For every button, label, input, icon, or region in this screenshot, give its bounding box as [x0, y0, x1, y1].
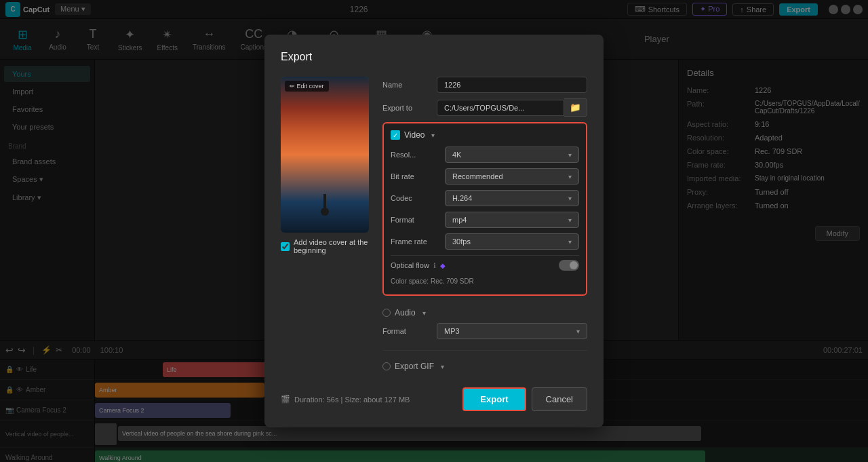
video-header: ✓ Video ▾ — [391, 130, 579, 140]
codec-row: Codec H.264 ▾ — [391, 190, 579, 206]
film-icon: 🎬 — [281, 395, 290, 404]
toggle-knob — [570, 261, 578, 269]
framerate-arrow: ▾ — [568, 238, 572, 246]
audio-section: Audio ▾ Format MP3 ▾ — [382, 303, 587, 351]
name-input[interactable] — [437, 77, 587, 93]
codec-label: Codec — [391, 194, 445, 202]
cancel-button[interactable]: Cancel — [532, 387, 587, 411]
video-chevron: ▾ — [431, 132, 435, 139]
gif-header: Export GIF ▾ — [382, 362, 587, 371]
optical-flow-row: Optical flow ℹ ◆ — [391, 255, 579, 275]
diamond-icon: ◆ — [440, 262, 446, 269]
gif-circle — [382, 362, 391, 370]
audio-label: Audio — [395, 308, 416, 317]
format-arrow: ▾ — [568, 216, 572, 224]
export-to-label: Export to — [382, 104, 437, 112]
optical-flow-toggle[interactable] — [559, 260, 579, 271]
resolution-row: Resol... 4K ▾ — [391, 147, 579, 163]
edit-cover-button[interactable]: ✏ Edit cover — [285, 81, 329, 92]
footer-buttons: Export Cancel — [462, 387, 587, 411]
audio-header: Audio ▾ — [382, 308, 587, 317]
folder-button[interactable]: 📁 — [564, 98, 587, 117]
modal-footer: 🎬 Duration: 56s | Size: about 127 MB Exp… — [281, 387, 587, 411]
duration-label: Duration: 56s | Size: about 127 MB — [294, 396, 410, 404]
modal-preview: ✏ Edit cover Life Add video cover at the… — [281, 77, 369, 377]
bitrate-row: Bit rate Recommended ▾ — [391, 168, 579, 185]
audio-format-arrow: ▾ — [576, 328, 580, 335]
export-modal: Export ✏ Edit cover Life Add video cover… — [264, 35, 604, 427]
silhouette — [321, 194, 329, 217]
audio-format-select[interactable]: MP3 ▾ — [437, 323, 587, 339]
optical-flow-label: Optical flow ℹ ◆ — [391, 261, 559, 269]
resolution-label: Resol... — [391, 151, 445, 159]
name-label: Name — [382, 81, 437, 89]
framerate-row: Frame rate 30fps ▾ — [391, 233, 579, 250]
bitrate-label: Bit rate — [391, 172, 445, 180]
codec-select[interactable]: H.264 ▾ — [445, 190, 579, 206]
color-space-row: Color space: Rec. 709 SDR — [391, 275, 579, 288]
resolution-select[interactable]: 4K ▾ — [445, 147, 579, 163]
add-cover-row: Add video cover at the beginning — [281, 238, 369, 254]
export-path-input[interactable] — [437, 100, 564, 116]
audio-chevron: ▾ — [422, 309, 426, 317]
export-overlay: Export ✏ Edit cover Life Add video cover… — [0, 0, 868, 462]
bitrate-arrow: ▾ — [568, 173, 572, 180]
add-cover-checkbox[interactable] — [281, 242, 290, 251]
modal-title: Export — [281, 51, 587, 63]
video-checkbox[interactable]: ✓ — [391, 130, 400, 140]
audio-format-label: Format — [382, 327, 437, 335]
gif-section: Export GIF ▾ — [382, 356, 587, 377]
video-label: Video — [404, 130, 425, 140]
modal-settings: Name Export to 📁 ✓ Video ▾ — [382, 77, 587, 377]
audio-circle — [382, 309, 391, 317]
video-section: ✓ Video ▾ Resol... 4K ▾ Bit rate — [382, 122, 587, 296]
info-icon: ℹ — [433, 262, 436, 269]
bitrate-select[interactable]: Recommended ▾ — [445, 168, 579, 185]
codec-arrow: ▾ — [568, 195, 572, 202]
export-to-field: 📁 — [437, 98, 587, 117]
preview-image: ✏ Edit cover Life — [281, 77, 369, 233]
format-row: Format mp4 ▾ — [391, 212, 579, 228]
format-select[interactable]: mp4 ▾ — [445, 212, 579, 228]
framerate-label: Frame rate — [391, 237, 445, 246]
format-label: Format — [391, 216, 445, 224]
audio-format-row: Format MP3 ▾ — [382, 323, 587, 339]
name-row: Name — [382, 77, 587, 93]
modal-body: ✏ Edit cover Life Add video cover at the… — [281, 77, 587, 377]
framerate-select[interactable]: 30fps ▾ — [445, 233, 579, 250]
gif-label: Export GIF — [395, 362, 434, 371]
add-cover-label: Add video cover at the beginning — [294, 238, 369, 254]
export-button[interactable]: Export — [462, 387, 526, 411]
resolution-arrow: ▾ — [568, 151, 572, 159]
duration-info: 🎬 Duration: 56s | Size: about 127 MB — [281, 395, 410, 404]
gif-chevron: ▾ — [441, 363, 444, 370]
export-to-row: Export to 📁 — [382, 98, 587, 117]
